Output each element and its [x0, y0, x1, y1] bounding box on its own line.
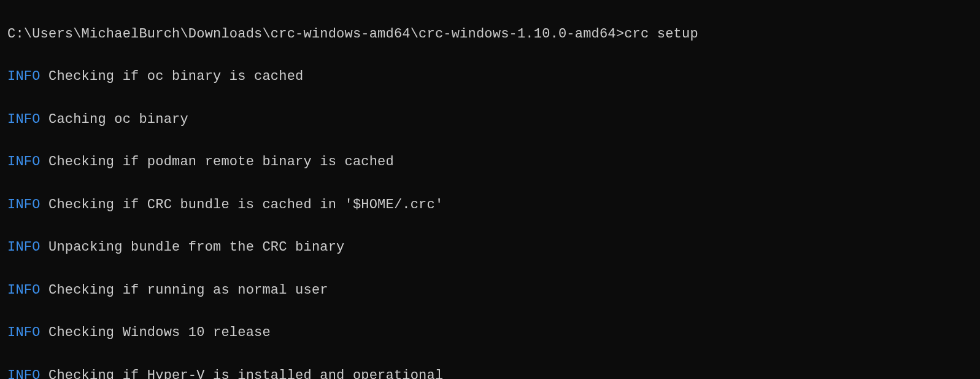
log-line: INFO Checking if running as normal user: [7, 280, 973, 302]
log-message: Unpacking bundle from the CRC binary: [48, 240, 344, 255]
info-label: INFO: [7, 154, 41, 170]
info-label: INFO: [7, 325, 41, 340]
info-label: INFO: [7, 197, 41, 213]
command-text: crc setup: [624, 26, 698, 42]
log-message: Checking Windows 10 release: [48, 325, 271, 340]
info-label: INFO: [7, 112, 41, 127]
log-line: INFO Checking if Hyper-V is installed an…: [7, 365, 973, 379]
log-line: INFO Checking if oc binary is cached: [7, 66, 973, 88]
info-label: INFO: [7, 283, 41, 298]
command-line: C:\Users\MichaelBurch\Downloads\crc-wind…: [7, 24, 973, 45]
log-line: INFO Checking if podman remote binary is…: [7, 152, 973, 173]
log-message: Checking if running as normal user: [48, 283, 328, 298]
log-message: Caching oc binary: [48, 112, 188, 127]
info-label: INFO: [7, 69, 41, 84]
terminal-output[interactable]: C:\Users\MichaelBurch\Downloads\crc-wind…: [7, 2, 973, 379]
log-message: Checking if oc binary is cached: [48, 69, 303, 84]
log-line: INFO Caching oc binary: [7, 109, 973, 131]
log-message: Checking if CRC bundle is cached in '$HO…: [48, 197, 443, 213]
log-line: INFO Checking if CRC bundle is cached in…: [7, 195, 973, 216]
log-message: Checking if podman remote binary is cach…: [48, 154, 394, 170]
log-message: Checking if Hyper-V is installed and ope…: [48, 368, 443, 379]
log-line: INFO Unpacking bundle from the CRC binar…: [7, 237, 973, 259]
info-label: INFO: [7, 240, 41, 255]
info-label: INFO: [7, 368, 41, 379]
prompt-path: C:\Users\MichaelBurch\Downloads\crc-wind…: [7, 26, 624, 42]
log-line: INFO Checking Windows 10 release: [7, 322, 973, 344]
